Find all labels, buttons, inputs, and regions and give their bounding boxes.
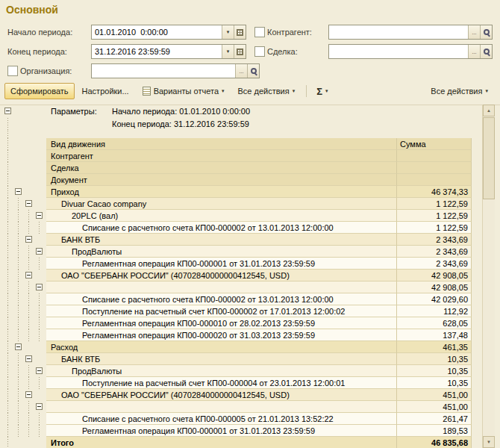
scroll-up-button[interactable]: ▲ (483, 105, 495, 116)
row-text[interactable]: Списание с расчетного счета КП00-000005 … (46, 413, 397, 425)
row-value[interactable]: 2 343,69 (397, 246, 472, 258)
row-text[interactable]: ПродВалюты (46, 246, 397, 258)
collapse-button[interactable] (25, 236, 32, 243)
vertical-scrollbar[interactable]: ▲ ▼ (482, 105, 495, 448)
collapse-button[interactable] (36, 284, 43, 290)
row-text[interactable]: Расход (46, 341, 397, 353)
collapse-button[interactable] (36, 212, 43, 219)
period-end-input[interactable] (92, 45, 222, 58)
scroll-down-button[interactable]: ▼ (483, 436, 495, 448)
organization-choose-button[interactable]: ... (235, 64, 247, 78)
row-value[interactable]: 461,35 (397, 341, 472, 353)
collapse-button[interactable] (15, 343, 22, 350)
period-start-calendar-button[interactable] (234, 25, 246, 39)
period-end-dropdown-button[interactable]: ▾ (222, 45, 234, 58)
collapse-button[interactable] (36, 367, 43, 374)
row-text[interactable]: Поступление на расчетный счет КП00-00000… (46, 305, 397, 317)
deal-input[interactable] (329, 45, 468, 58)
header-cell[interactable]: Сделка (46, 162, 397, 174)
row-value[interactable]: 1 122,59 (397, 198, 472, 210)
minus-icon (16, 191, 20, 192)
row-text[interactable]: Итого (46, 437, 397, 448)
deal-search-button[interactable] (480, 45, 492, 58)
header-cell[interactable]: Вид движения (46, 138, 397, 150)
period-start-input[interactable] (92, 25, 222, 39)
organization-checkbox[interactable] (7, 66, 18, 76)
counterparty-checkbox[interactable] (254, 27, 265, 37)
chevron-down-icon: ▾ (325, 88, 328, 94)
row-value[interactable]: 46 374,33 (397, 186, 472, 198)
collapse-button[interactable] (36, 248, 43, 255)
row-value[interactable]: 451,00 (397, 389, 472, 401)
row-value[interactable]: 10,35 (397, 377, 472, 389)
header-cell-sum[interactable] (397, 162, 472, 174)
row-text[interactable]: Divuar Cacao company (46, 198, 397, 210)
period-start-dropdown-button[interactable]: ▾ (222, 25, 234, 39)
sum-button[interactable]: Σ ▾ (310, 83, 334, 99)
row-value[interactable]: 2 343,69 (397, 258, 472, 270)
row-value[interactable]: 42 029,60 (397, 293, 472, 305)
row-text[interactable]: Приход (46, 186, 397, 198)
settings-button[interactable]: Настройки... (76, 83, 135, 99)
row-text[interactable]: БАНК ВТБ (46, 353, 397, 365)
row-value[interactable]: 1 122,59 (397, 222, 472, 234)
row-value[interactable]: 1 122,59 (397, 210, 472, 222)
tree-line (18, 270, 19, 281)
scrollbar-thumb[interactable] (483, 117, 495, 199)
row-value[interactable]: 42 908,05 (397, 281, 472, 293)
tree-line (7, 246, 8, 258)
organization-search-button[interactable] (247, 64, 259, 78)
row-text[interactable]: Списание с расчетного счета КП00-000002 … (46, 293, 397, 305)
header-cell-sum[interactable]: Сумма (397, 138, 472, 150)
header-cell-sum[interactable] (397, 174, 472, 186)
row-value[interactable]: 46 835,68 (397, 437, 472, 448)
organization-input[interactable] (92, 64, 235, 78)
row-text[interactable]: ОАО "СБЕРБАНК РОССИИ" (40702840000000412… (46, 389, 397, 401)
row-value[interactable]: 189,53 (397, 425, 472, 437)
row-text[interactable]: Списание с расчетного счета КП00-000002 … (46, 222, 397, 234)
collapse-button[interactable] (25, 391, 32, 398)
counterparty-search-button[interactable] (480, 25, 492, 39)
counterparty-choose-button[interactable]: ... (468, 25, 480, 39)
row-value[interactable]: 42 908,05 (397, 270, 472, 281)
row-value[interactable]: 2 343,69 (397, 234, 472, 246)
generate-button[interactable]: Сформировать (4, 83, 75, 99)
row-text[interactable]: Регламентная операция КП00-000001 от 31.… (46, 258, 397, 270)
row-value[interactable]: 451,00 (397, 401, 472, 413)
tree-line (7, 162, 8, 174)
row-text[interactable]: ОАО "СБЕРБАНК РОССИИ" (40702840000000412… (46, 270, 397, 281)
row-value[interactable]: 137,48 (397, 329, 472, 341)
header-cell-sum[interactable] (397, 150, 472, 162)
header-cell[interactable]: Документ (46, 174, 397, 186)
row-text[interactable]: Регламентная операция КП00-000020 от 31.… (46, 329, 397, 341)
row-text[interactable]: Поступление на расчетный счет КП00-00000… (46, 377, 397, 389)
row-value[interactable]: 10,35 (397, 353, 472, 365)
period-end-calendar-button[interactable] (234, 45, 246, 58)
tree-line (18, 234, 19, 246)
counterparty-input[interactable] (329, 25, 468, 39)
row-text[interactable]: БАНК ВТБ (46, 234, 397, 246)
collapse-button[interactable] (25, 200, 32, 207)
all-actions-right-button[interactable]: Все действия ▾ (425, 83, 494, 99)
all-actions-button[interactable]: Все действия ▾ (232, 83, 301, 99)
deal-choose-button[interactable]: ... (468, 45, 480, 58)
row-value[interactable]: 628,05 (397, 317, 472, 329)
row-value[interactable]: 10,35 (397, 365, 472, 377)
ellipsis-icon: ... (240, 69, 244, 74)
row-value[interactable]: 261,47 (397, 413, 472, 425)
collapse-button[interactable] (15, 188, 22, 195)
row-text[interactable]: Регламентная операция КП00-000001 от 31.… (46, 425, 397, 437)
collapse-button[interactable] (25, 272, 32, 279)
header-cell[interactable]: Контрагент (46, 150, 397, 162)
row-value[interactable]: 112,92 (397, 305, 472, 317)
row-text[interactable] (46, 281, 397, 293)
row-text[interactable]: ПродВалюты (46, 365, 397, 377)
deal-checkbox[interactable] (254, 46, 265, 57)
row-text[interactable]: Регламентная операция КП00-000010 от 28.… (46, 317, 397, 329)
collapse-button[interactable] (4, 108, 11, 114)
collapse-button[interactable] (25, 355, 32, 362)
row-text[interactable]: 20PLC (вал) (46, 210, 397, 222)
report-variants-button[interactable]: Варианты отчета ▾ (137, 83, 231, 99)
collapse-button[interactable] (36, 403, 43, 410)
row-text[interactable] (46, 401, 397, 413)
